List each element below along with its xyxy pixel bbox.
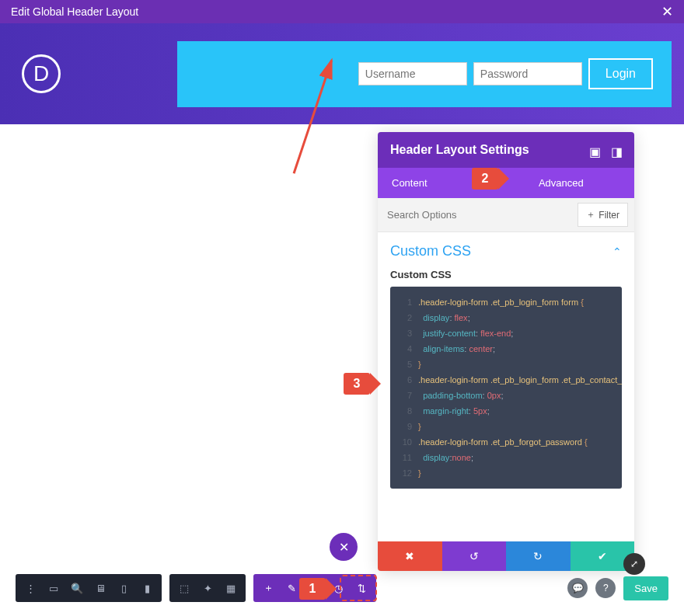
field-label: Custom CSS bbox=[390, 269, 622, 280]
discard-button[interactable]: ✖ bbox=[378, 541, 442, 571]
click-icon[interactable]: ✦ bbox=[196, 577, 219, 599]
menu-icon[interactable]: ⋮ bbox=[19, 577, 42, 599]
snap-icon[interactable]: ◨ bbox=[611, 144, 622, 155]
sliders-icon[interactable]: ⇅ bbox=[350, 577, 373, 599]
tablet-icon[interactable]: ▯ bbox=[112, 577, 135, 599]
focus-icon[interactable]: ▣ bbox=[589, 144, 600, 155]
password-input[interactable] bbox=[473, 62, 582, 85]
section-title[interactable]: Custom CSS bbox=[390, 243, 471, 259]
close-icon[interactable]: ✕ bbox=[661, 3, 673, 20]
chevron-up-icon[interactable]: ⌃ bbox=[612, 245, 622, 258]
page-title: Edit Global Header Layout bbox=[11, 5, 138, 18]
callout-1: 1 bbox=[299, 578, 326, 600]
grid-icon[interactable]: ▦ bbox=[219, 577, 243, 599]
login-bar: Login bbox=[177, 41, 672, 107]
login-button[interactable]: Login bbox=[588, 58, 653, 89]
help-icon[interactable]: ? bbox=[595, 578, 616, 598]
tab-advanced[interactable]: Advanced bbox=[525, 168, 598, 198]
panel-title: Header Layout Settings bbox=[390, 143, 529, 157]
expand-icon[interactable]: ⤢ bbox=[623, 553, 645, 575]
builder-toolbar: ⋮ ▭ 🔍 🖥 ▯ ▮ ⬚ ✦ ▦ ＋ ✎ ⚙ ◷ ⇅ 💬 ? Save bbox=[16, 574, 668, 602]
wireframe-icon[interactable]: ▭ bbox=[42, 577, 65, 599]
filter-button[interactable]: ＋Filter bbox=[578, 203, 628, 227]
settings-panel: Header Layout Settings ▣ ◨ Content D Adv… bbox=[378, 132, 634, 571]
chat-icon[interactable]: 💬 bbox=[567, 578, 588, 598]
tab-content[interactable]: Content bbox=[378, 168, 441, 198]
redo-button[interactable]: ↻ bbox=[506, 541, 571, 571]
search-options-input[interactable] bbox=[378, 201, 571, 228]
zoom-icon[interactable]: 🔍 bbox=[65, 577, 89, 599]
add-icon[interactable]: ＋ bbox=[256, 577, 280, 599]
callout-3: 3 bbox=[344, 373, 370, 395]
username-input[interactable] bbox=[358, 62, 467, 85]
css-code-editor[interactable]: 1.header-login-form .et_pb_login_form fo… bbox=[390, 287, 622, 489]
save-button[interactable]: Save bbox=[623, 576, 668, 600]
undo-button[interactable]: ↺ bbox=[442, 541, 507, 571]
desktop-icon[interactable]: 🖥 bbox=[89, 577, 112, 599]
select-icon[interactable]: ⬚ bbox=[173, 577, 196, 599]
callout-2: 2 bbox=[472, 168, 498, 190]
divi-logo: D bbox=[22, 54, 61, 93]
collapse-button[interactable]: ✕ bbox=[330, 533, 358, 561]
phone-icon[interactable]: ▮ bbox=[135, 577, 159, 599]
